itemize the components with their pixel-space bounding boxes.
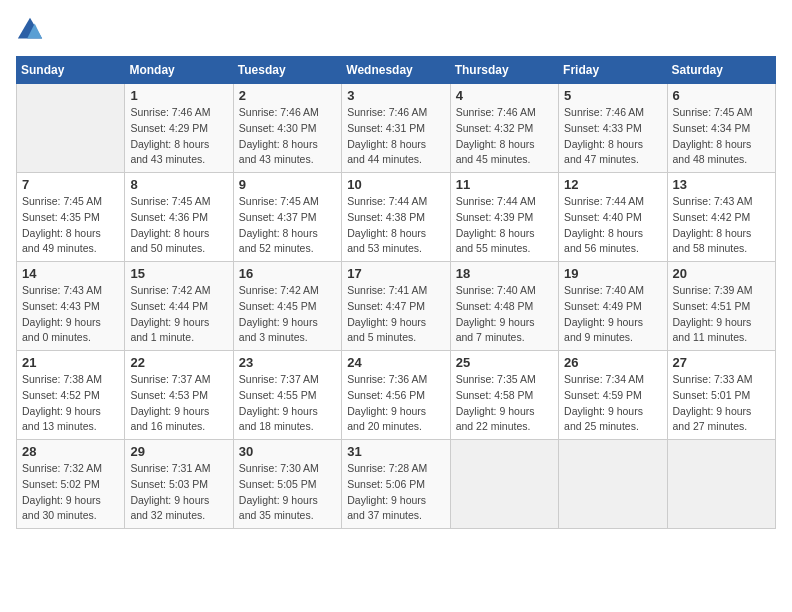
day-info: Sunrise: 7:39 AMSunset: 4:51 PMDaylight:…: [673, 283, 770, 346]
calendar-cell: 18Sunrise: 7:40 AMSunset: 4:48 PMDayligh…: [450, 262, 558, 351]
calendar-cell: 14Sunrise: 7:43 AMSunset: 4:43 PMDayligh…: [17, 262, 125, 351]
day-number: 25: [456, 355, 553, 370]
calendar-table: SundayMondayTuesdayWednesdayThursdayFrid…: [16, 56, 776, 529]
calendar-cell: 2Sunrise: 7:46 AMSunset: 4:30 PMDaylight…: [233, 84, 341, 173]
calendar-cell: 29Sunrise: 7:31 AMSunset: 5:03 PMDayligh…: [125, 440, 233, 529]
day-info: Sunrise: 7:28 AMSunset: 5:06 PMDaylight:…: [347, 461, 444, 524]
day-number: 19: [564, 266, 661, 281]
calendar-cell: 5Sunrise: 7:46 AMSunset: 4:33 PMDaylight…: [559, 84, 667, 173]
day-info: Sunrise: 7:43 AMSunset: 4:43 PMDaylight:…: [22, 283, 119, 346]
day-number: 13: [673, 177, 770, 192]
day-info: Sunrise: 7:45 AMSunset: 4:35 PMDaylight:…: [22, 194, 119, 257]
day-number: 11: [456, 177, 553, 192]
day-info: Sunrise: 7:43 AMSunset: 4:42 PMDaylight:…: [673, 194, 770, 257]
day-number: 24: [347, 355, 444, 370]
day-number: 15: [130, 266, 227, 281]
calendar-cell: 20Sunrise: 7:39 AMSunset: 4:51 PMDayligh…: [667, 262, 775, 351]
day-info: Sunrise: 7:36 AMSunset: 4:56 PMDaylight:…: [347, 372, 444, 435]
day-info: Sunrise: 7:37 AMSunset: 4:53 PMDaylight:…: [130, 372, 227, 435]
day-number: 1: [130, 88, 227, 103]
day-info: Sunrise: 7:44 AMSunset: 4:38 PMDaylight:…: [347, 194, 444, 257]
day-info: Sunrise: 7:33 AMSunset: 5:01 PMDaylight:…: [673, 372, 770, 435]
calendar-cell: 1Sunrise: 7:46 AMSunset: 4:29 PMDaylight…: [125, 84, 233, 173]
day-number: 21: [22, 355, 119, 370]
day-number: 9: [239, 177, 336, 192]
calendar-cell: [17, 84, 125, 173]
day-info: Sunrise: 7:46 AMSunset: 4:31 PMDaylight:…: [347, 105, 444, 168]
day-info: Sunrise: 7:46 AMSunset: 4:33 PMDaylight:…: [564, 105, 661, 168]
day-number: 28: [22, 444, 119, 459]
weekday-header-row: SundayMondayTuesdayWednesdayThursdayFrid…: [17, 57, 776, 84]
weekday-header-wednesday: Wednesday: [342, 57, 450, 84]
day-info: Sunrise: 7:35 AMSunset: 4:58 PMDaylight:…: [456, 372, 553, 435]
day-number: 8: [130, 177, 227, 192]
calendar-cell: 21Sunrise: 7:38 AMSunset: 4:52 PMDayligh…: [17, 351, 125, 440]
calendar-cell: [667, 440, 775, 529]
calendar-cell: 26Sunrise: 7:34 AMSunset: 4:59 PMDayligh…: [559, 351, 667, 440]
day-info: Sunrise: 7:46 AMSunset: 4:30 PMDaylight:…: [239, 105, 336, 168]
calendar-cell: [450, 440, 558, 529]
calendar-cell: 27Sunrise: 7:33 AMSunset: 5:01 PMDayligh…: [667, 351, 775, 440]
calendar-cell: 10Sunrise: 7:44 AMSunset: 4:38 PMDayligh…: [342, 173, 450, 262]
calendar-cell: 15Sunrise: 7:42 AMSunset: 4:44 PMDayligh…: [125, 262, 233, 351]
logo-icon: [16, 16, 44, 44]
calendar-cell: 8Sunrise: 7:45 AMSunset: 4:36 PMDaylight…: [125, 173, 233, 262]
day-info: Sunrise: 7:42 AMSunset: 4:45 PMDaylight:…: [239, 283, 336, 346]
calendar-cell: 30Sunrise: 7:30 AMSunset: 5:05 PMDayligh…: [233, 440, 341, 529]
day-number: 30: [239, 444, 336, 459]
calendar-cell: 19Sunrise: 7:40 AMSunset: 4:49 PMDayligh…: [559, 262, 667, 351]
day-info: Sunrise: 7:44 AMSunset: 4:40 PMDaylight:…: [564, 194, 661, 257]
calendar-cell: 9Sunrise: 7:45 AMSunset: 4:37 PMDaylight…: [233, 173, 341, 262]
day-number: 23: [239, 355, 336, 370]
day-number: 22: [130, 355, 227, 370]
day-info: Sunrise: 7:46 AMSunset: 4:29 PMDaylight:…: [130, 105, 227, 168]
calendar-cell: 7Sunrise: 7:45 AMSunset: 4:35 PMDaylight…: [17, 173, 125, 262]
weekday-header-tuesday: Tuesday: [233, 57, 341, 84]
calendar-cell: 25Sunrise: 7:35 AMSunset: 4:58 PMDayligh…: [450, 351, 558, 440]
day-number: 12: [564, 177, 661, 192]
day-number: 6: [673, 88, 770, 103]
calendar-cell: 11Sunrise: 7:44 AMSunset: 4:39 PMDayligh…: [450, 173, 558, 262]
day-info: Sunrise: 7:40 AMSunset: 4:49 PMDaylight:…: [564, 283, 661, 346]
day-info: Sunrise: 7:30 AMSunset: 5:05 PMDaylight:…: [239, 461, 336, 524]
day-info: Sunrise: 7:37 AMSunset: 4:55 PMDaylight:…: [239, 372, 336, 435]
weekday-header-friday: Friday: [559, 57, 667, 84]
day-info: Sunrise: 7:45 AMSunset: 4:37 PMDaylight:…: [239, 194, 336, 257]
day-number: 29: [130, 444, 227, 459]
weekday-header-saturday: Saturday: [667, 57, 775, 84]
calendar-cell: 4Sunrise: 7:46 AMSunset: 4:32 PMDaylight…: [450, 84, 558, 173]
day-info: Sunrise: 7:42 AMSunset: 4:44 PMDaylight:…: [130, 283, 227, 346]
calendar-cell: [559, 440, 667, 529]
calendar-cell: 24Sunrise: 7:36 AMSunset: 4:56 PMDayligh…: [342, 351, 450, 440]
calendar-cell: 13Sunrise: 7:43 AMSunset: 4:42 PMDayligh…: [667, 173, 775, 262]
calendar-cell: 17Sunrise: 7:41 AMSunset: 4:47 PMDayligh…: [342, 262, 450, 351]
logo: [16, 16, 48, 44]
day-info: Sunrise: 7:46 AMSunset: 4:32 PMDaylight:…: [456, 105, 553, 168]
page-header: [16, 16, 776, 44]
day-info: Sunrise: 7:38 AMSunset: 4:52 PMDaylight:…: [22, 372, 119, 435]
calendar-cell: 31Sunrise: 7:28 AMSunset: 5:06 PMDayligh…: [342, 440, 450, 529]
calendar-cell: 16Sunrise: 7:42 AMSunset: 4:45 PMDayligh…: [233, 262, 341, 351]
week-row-5: 28Sunrise: 7:32 AMSunset: 5:02 PMDayligh…: [17, 440, 776, 529]
day-number: 31: [347, 444, 444, 459]
calendar-cell: 22Sunrise: 7:37 AMSunset: 4:53 PMDayligh…: [125, 351, 233, 440]
day-number: 27: [673, 355, 770, 370]
day-number: 17: [347, 266, 444, 281]
day-number: 18: [456, 266, 553, 281]
day-number: 20: [673, 266, 770, 281]
day-info: Sunrise: 7:32 AMSunset: 5:02 PMDaylight:…: [22, 461, 119, 524]
calendar-cell: 23Sunrise: 7:37 AMSunset: 4:55 PMDayligh…: [233, 351, 341, 440]
day-number: 16: [239, 266, 336, 281]
day-info: Sunrise: 7:41 AMSunset: 4:47 PMDaylight:…: [347, 283, 444, 346]
week-row-4: 21Sunrise: 7:38 AMSunset: 4:52 PMDayligh…: [17, 351, 776, 440]
week-row-2: 7Sunrise: 7:45 AMSunset: 4:35 PMDaylight…: [17, 173, 776, 262]
day-number: 3: [347, 88, 444, 103]
weekday-header-thursday: Thursday: [450, 57, 558, 84]
day-info: Sunrise: 7:45 AMSunset: 4:36 PMDaylight:…: [130, 194, 227, 257]
calendar-cell: 28Sunrise: 7:32 AMSunset: 5:02 PMDayligh…: [17, 440, 125, 529]
day-number: 14: [22, 266, 119, 281]
calendar-cell: 6Sunrise: 7:45 AMSunset: 4:34 PMDaylight…: [667, 84, 775, 173]
day-number: 7: [22, 177, 119, 192]
day-number: 5: [564, 88, 661, 103]
day-info: Sunrise: 7:31 AMSunset: 5:03 PMDaylight:…: [130, 461, 227, 524]
